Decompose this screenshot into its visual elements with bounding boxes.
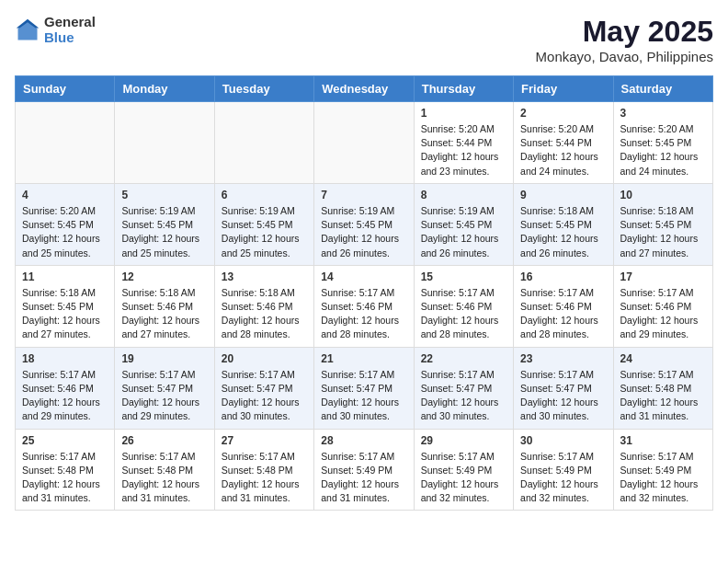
logo-icon <box>15 17 40 43</box>
main-title: May 2025 <box>536 15 713 49</box>
calendar-cell: 7Sunrise: 5:19 AMSunset: 5:45 PMDaylight… <box>314 183 414 265</box>
calendar-cell: 26Sunrise: 5:17 AMSunset: 5:48 PMDayligh… <box>115 429 214 511</box>
day-number: 31 <box>620 434 706 447</box>
day-number: 18 <box>22 352 108 365</box>
calendar-cell: 17Sunrise: 5:17 AMSunset: 5:46 PMDayligh… <box>613 265 712 347</box>
header-monday: Monday <box>115 76 214 102</box>
calendar-cell: 16Sunrise: 5:17 AMSunset: 5:46 PMDayligh… <box>514 265 613 347</box>
title-block: May 2025 Monkayo, Davao, Philippines <box>536 15 713 64</box>
day-info: Sunrise: 5:17 AMSunset: 5:48 PMDaylight:… <box>620 368 706 424</box>
calendar-cell: 4Sunrise: 5:20 AMSunset: 5:45 PMDaylight… <box>16 183 115 265</box>
calendar-cell <box>115 102 214 184</box>
calendar-cell: 21Sunrise: 5:17 AMSunset: 5:47 PMDayligh… <box>314 347 414 429</box>
calendar-cell: 28Sunrise: 5:17 AMSunset: 5:49 PMDayligh… <box>314 429 414 511</box>
day-info: Sunrise: 5:17 AMSunset: 5:46 PMDaylight:… <box>22 368 108 424</box>
day-info: Sunrise: 5:20 AMSunset: 5:44 PMDaylight:… <box>520 122 606 178</box>
day-number: 10 <box>620 189 706 201</box>
day-number: 14 <box>321 270 406 283</box>
day-number: 7 <box>321 189 406 201</box>
day-info: Sunrise: 5:17 AMSunset: 5:46 PMDaylight:… <box>421 286 506 342</box>
logo: General Blue <box>15 15 96 45</box>
day-number: 29 <box>421 434 506 447</box>
calendar: SundayMondayTuesdayWednesdayThursdayFrid… <box>15 75 713 511</box>
calendar-header-row: SundayMondayTuesdayWednesdayThursdayFrid… <box>16 76 713 102</box>
calendar-cell <box>214 102 313 184</box>
day-info: Sunrise: 5:18 AMSunset: 5:46 PMDaylight:… <box>121 286 207 342</box>
day-info: Sunrise: 5:19 AMSunset: 5:45 PMDaylight:… <box>121 204 207 260</box>
calendar-cell: 14Sunrise: 5:17 AMSunset: 5:46 PMDayligh… <box>314 265 414 347</box>
calendar-cell: 27Sunrise: 5:17 AMSunset: 5:48 PMDayligh… <box>214 429 313 511</box>
logo-text: General Blue <box>44 15 96 45</box>
calendar-cell: 30Sunrise: 5:17 AMSunset: 5:49 PMDayligh… <box>514 429 613 511</box>
day-info: Sunrise: 5:17 AMSunset: 5:47 PMDaylight:… <box>121 368 207 424</box>
calendar-cell <box>314 102 414 184</box>
subtitle: Monkayo, Davao, Philippines <box>536 49 713 64</box>
calendar-week-row: 25Sunrise: 5:17 AMSunset: 5:48 PMDayligh… <box>16 429 713 511</box>
calendar-cell: 31Sunrise: 5:17 AMSunset: 5:49 PMDayligh… <box>613 429 712 511</box>
header-thursday: Thursday <box>414 76 513 102</box>
day-number: 2 <box>520 107 606 120</box>
day-number: 25 <box>22 434 108 447</box>
day-number: 21 <box>321 352 406 365</box>
day-number: 16 <box>520 270 606 283</box>
calendar-week-row: 1Sunrise: 5:20 AMSunset: 5:44 PMDaylight… <box>16 102 713 184</box>
calendar-cell: 13Sunrise: 5:18 AMSunset: 5:46 PMDayligh… <box>214 265 313 347</box>
day-info: Sunrise: 5:17 AMSunset: 5:46 PMDaylight:… <box>321 286 406 342</box>
day-info: Sunrise: 5:20 AMSunset: 5:44 PMDaylight:… <box>421 122 506 178</box>
day-info: Sunrise: 5:17 AMSunset: 5:46 PMDaylight:… <box>620 286 706 342</box>
day-number: 24 <box>620 352 706 365</box>
day-number: 8 <box>421 189 506 201</box>
calendar-cell: 5Sunrise: 5:19 AMSunset: 5:45 PMDaylight… <box>115 183 214 265</box>
day-info: Sunrise: 5:17 AMSunset: 5:49 PMDaylight:… <box>321 450 406 506</box>
day-number: 30 <box>520 434 606 447</box>
calendar-week-row: 18Sunrise: 5:17 AMSunset: 5:46 PMDayligh… <box>16 347 713 429</box>
day-info: Sunrise: 5:17 AMSunset: 5:46 PMDaylight:… <box>520 286 606 342</box>
calendar-week-row: 4Sunrise: 5:20 AMSunset: 5:45 PMDaylight… <box>16 183 713 265</box>
calendar-cell: 18Sunrise: 5:17 AMSunset: 5:46 PMDayligh… <box>16 347 115 429</box>
day-number: 26 <box>121 434 207 447</box>
day-number: 12 <box>121 270 207 283</box>
day-number: 5 <box>121 189 207 201</box>
day-info: Sunrise: 5:20 AMSunset: 5:45 PMDaylight:… <box>620 122 706 178</box>
day-info: Sunrise: 5:18 AMSunset: 5:45 PMDaylight:… <box>22 286 108 342</box>
day-number: 11 <box>22 270 108 283</box>
day-number: 15 <box>421 270 506 283</box>
calendar-cell: 10Sunrise: 5:18 AMSunset: 5:45 PMDayligh… <box>613 183 712 265</box>
calendar-cell: 1Sunrise: 5:20 AMSunset: 5:44 PMDaylight… <box>414 102 513 184</box>
calendar-cell: 23Sunrise: 5:17 AMSunset: 5:47 PMDayligh… <box>514 347 613 429</box>
page-header: General Blue May 2025 Monkayo, Davao, Ph… <box>15 15 713 64</box>
day-info: Sunrise: 5:17 AMSunset: 5:49 PMDaylight:… <box>620 450 706 506</box>
day-info: Sunrise: 5:17 AMSunset: 5:49 PMDaylight:… <box>421 450 506 506</box>
calendar-cell <box>16 102 115 184</box>
calendar-cell: 29Sunrise: 5:17 AMSunset: 5:49 PMDayligh… <box>414 429 513 511</box>
day-info: Sunrise: 5:18 AMSunset: 5:46 PMDaylight:… <box>222 286 307 342</box>
day-info: Sunrise: 5:17 AMSunset: 5:49 PMDaylight:… <box>520 450 606 506</box>
day-info: Sunrise: 5:17 AMSunset: 5:47 PMDaylight:… <box>222 368 307 424</box>
calendar-cell: 2Sunrise: 5:20 AMSunset: 5:44 PMDaylight… <box>514 102 613 184</box>
calendar-week-row: 11Sunrise: 5:18 AMSunset: 5:45 PMDayligh… <box>16 265 713 347</box>
day-info: Sunrise: 5:19 AMSunset: 5:45 PMDaylight:… <box>421 204 506 260</box>
day-number: 3 <box>620 107 706 120</box>
calendar-cell: 25Sunrise: 5:17 AMSunset: 5:48 PMDayligh… <box>16 429 115 511</box>
day-info: Sunrise: 5:17 AMSunset: 5:48 PMDaylight:… <box>121 450 207 506</box>
day-number: 28 <box>321 434 406 447</box>
calendar-cell: 8Sunrise: 5:19 AMSunset: 5:45 PMDaylight… <box>414 183 513 265</box>
header-sunday: Sunday <box>16 76 115 102</box>
header-wednesday: Wednesday <box>314 76 414 102</box>
header-saturday: Saturday <box>613 76 712 102</box>
day-number: 19 <box>121 352 207 365</box>
day-number: 27 <box>222 434 307 447</box>
day-info: Sunrise: 5:17 AMSunset: 5:47 PMDaylight:… <box>321 368 406 424</box>
day-number: 13 <box>222 270 307 283</box>
calendar-cell: 11Sunrise: 5:18 AMSunset: 5:45 PMDayligh… <box>16 265 115 347</box>
svg-marker-0 <box>18 20 38 40</box>
day-info: Sunrise: 5:17 AMSunset: 5:47 PMDaylight:… <box>520 368 606 424</box>
header-tuesday: Tuesday <box>214 76 313 102</box>
day-number: 1 <box>421 107 506 120</box>
day-info: Sunrise: 5:17 AMSunset: 5:47 PMDaylight:… <box>421 368 506 424</box>
day-number: 20 <box>222 352 307 365</box>
logo-general-text: General <box>44 15 96 30</box>
logo-blue-text: Blue <box>44 30 96 46</box>
day-number: 4 <box>22 189 108 201</box>
calendar-cell: 6Sunrise: 5:19 AMSunset: 5:45 PMDaylight… <box>214 183 313 265</box>
